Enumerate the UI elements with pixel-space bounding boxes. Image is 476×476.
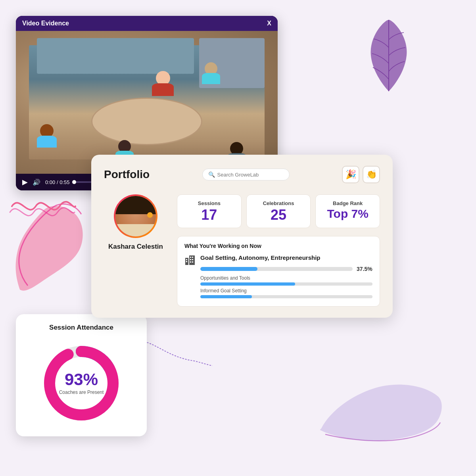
volume-button[interactable]: 🔊 (33, 178, 40, 186)
badge-rank-stat: Badge Rank Top 7% (315, 194, 380, 228)
search-input[interactable] (217, 172, 284, 178)
sub1-fill (200, 282, 295, 286)
avatar-hair (115, 196, 156, 214)
working-on-label: What You're Working on Now (184, 243, 372, 249)
sub2-track (200, 295, 372, 298)
decorative-leaf (365, 16, 413, 95)
sessions-label: Sessions (185, 200, 233, 206)
video-title: Video Evidence (22, 20, 69, 27)
goal-title: Goal Setting, Autonomy, Entrepreneurship (200, 254, 372, 262)
donut-chart: 93% Coaches are Present (38, 340, 125, 427)
sub2-label: Informed Goal Setting (200, 288, 372, 294)
classroom-bg (16, 31, 278, 174)
badge-rank-value: Top 7% (327, 207, 368, 220)
decorative-brush-lavender (317, 365, 444, 444)
celebrations-label: Celebrations (255, 200, 303, 206)
play-button[interactable]: ▶ (22, 178, 28, 186)
avatar-ring (114, 194, 157, 238)
goal-icon (184, 255, 196, 268)
portfolio-title: Portfolio (104, 168, 150, 181)
search-icon: 🔍 (208, 171, 215, 178)
stats-row: Sessions 17 Celebrations 25 Badge Rank T… (177, 194, 380, 228)
celebrations-value: 25 (271, 207, 286, 223)
goal-content: Goal Setting, Autonomy, Entrepreneurship… (200, 254, 372, 300)
celebrations-stat: Celebrations 25 (246, 194, 311, 228)
attendance-card: Session Attendance 93% Coaches are Prese… (16, 314, 147, 436)
svg-rect-8 (192, 259, 193, 260)
user-name: Kashara Celestin (108, 243, 163, 251)
sub1-label: Opportunities and Tools (200, 275, 372, 281)
working-on-section: What You're Working on Now (177, 236, 380, 307)
video-titlebar: Video Evidence X (16, 16, 278, 31)
connector-line (135, 337, 214, 369)
clap-icon-button[interactable]: 👏 (363, 166, 380, 183)
video-progress-dot (72, 180, 76, 184)
portfolio-header: Portfolio 🔍 🎉 👏 (104, 166, 380, 183)
main-progress-fill (200, 267, 257, 271)
svg-rect-3 (186, 259, 187, 260)
svg-rect-7 (190, 259, 191, 260)
main-progress-row: 37.5% (200, 266, 372, 272)
main-progress-track (200, 267, 353, 271)
sessions-stat: Sessions 17 (177, 194, 242, 228)
svg-rect-10 (192, 261, 193, 263)
time-display: 0:00 / 0:55 (45, 179, 69, 185)
goal-row: Goal Setting, Autonomy, Entrepreneurship… (184, 254, 372, 300)
main-progress-pct: 37.5% (357, 266, 372, 272)
avatar-clothes (115, 224, 156, 236)
svg-rect-6 (192, 257, 193, 258)
avatar-face (115, 196, 156, 236)
avatar-inner (115, 196, 156, 236)
sub2-fill (200, 295, 252, 298)
svg-rect-5 (190, 257, 191, 258)
celebration-icon-button[interactable]: 🎉 (342, 166, 359, 183)
avatar-dot (147, 212, 153, 218)
sessions-value: 17 (201, 207, 217, 223)
attendance-title: Session Attendance (25, 324, 137, 332)
clap-icon: 👏 (366, 169, 377, 180)
header-icons: 🎉 👏 (342, 166, 380, 183)
video-close-button[interactable]: X (267, 20, 271, 27)
stats-section: Sessions 17 Celebrations 25 Badge Rank T… (177, 194, 380, 307)
portfolio-body: Kashara Celestin Sessions 17 Celebration… (104, 194, 380, 307)
search-bar[interactable]: 🔍 (202, 169, 290, 180)
decorative-squiggle (8, 190, 79, 222)
party-icon: 🎉 (345, 169, 356, 180)
portfolio-card: Portfolio 🔍 🎉 👏 (91, 155, 393, 318)
video-frame (16, 31, 278, 174)
svg-rect-4 (186, 261, 187, 262)
badge-rank-label: Badge Rank (324, 200, 372, 206)
sub1-track (200, 282, 372, 286)
attendance-sublabel: Coaches are Present (59, 390, 104, 395)
svg-rect-9 (190, 261, 191, 263)
donut-center: 93% Coaches are Present (59, 371, 104, 395)
attendance-pct: 93% (59, 371, 104, 388)
user-profile: Kashara Celestin (104, 194, 167, 251)
